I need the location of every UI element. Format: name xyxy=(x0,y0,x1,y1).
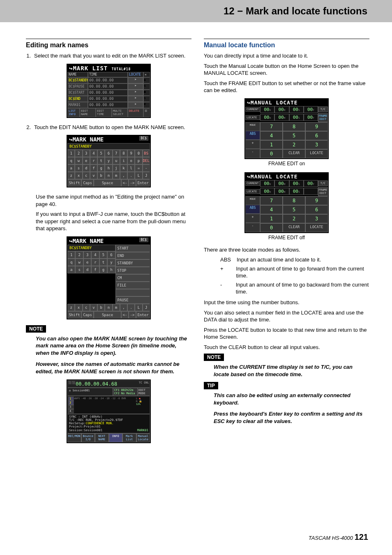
keypad-7: 7 xyxy=(260,122,283,131)
key-b: b xyxy=(97,172,105,179)
left-arrow-key: <- xyxy=(121,179,129,187)
r-p2: Touch the Manual Locate button on the Ho… xyxy=(204,62,369,77)
key-1: 1 xyxy=(67,251,75,259)
r-p1: You can directly input a time and locate… xyxy=(204,52,369,60)
note-label-r: NOTE xyxy=(204,354,224,361)
enter-key: Enter xyxy=(136,179,150,187)
r-p3: Touch the FRAME EDIT button to set wheth… xyxy=(204,80,369,94)
cue-item: STOP xyxy=(115,267,150,274)
mark-list-figure: ↪MARK LIST TOTAL#18 NAME TIME LOCATE ✕ B… xyxy=(26,64,191,118)
manual-locate-off-figure: ↪MANUAL LOCATECURRENT00H00M00S00FT/CLOCA… xyxy=(204,172,369,240)
home-info-screen: ⬛⬛00.00.00.04.68TC ONL ◎ Session001 CF1 … xyxy=(67,379,151,443)
key-,: , xyxy=(120,304,127,311)
key-m: m xyxy=(113,172,120,179)
key-b: b xyxy=(97,304,105,311)
home-btn: INFO xyxy=(109,433,123,442)
key-5: 5 xyxy=(97,150,105,157)
manual-locate-on-figure: ↪MANUAL LOCATECURRENT00H00M00S00FT/CLOCA… xyxy=(204,98,369,166)
manual-locate-screen-on: ↪MANUAL LOCATECURRENT00H00M00S00FT/CLOCA… xyxy=(244,98,329,159)
list-info-button: LIST INFO xyxy=(67,108,80,117)
cue-item: STANDBY xyxy=(115,259,150,267)
key-h: h xyxy=(105,164,112,172)
bcs-button: BC$ xyxy=(139,136,148,141)
key-p: p xyxy=(135,157,142,164)
right-arrow-key: -> xyxy=(129,179,136,187)
p-bwf: If you want to input a BWF-J cue name, t… xyxy=(36,210,191,232)
mark-row-name: BC$STANDBY xyxy=(67,77,88,83)
r-p5: Input the time using the number buttons. xyxy=(204,299,369,306)
mark-row-time: 00.00.00.00 xyxy=(88,83,128,90)
key-r: r xyxy=(90,157,97,164)
home-btn: NEXT NAME xyxy=(95,433,109,442)
key-x: x xyxy=(75,172,82,179)
locate-arrow-icon: ➤ xyxy=(128,83,143,90)
note-text-r: When the CURRENT time display is set to … xyxy=(214,363,369,378)
keypad-5: 5 xyxy=(283,205,305,214)
shift-key: Shift xyxy=(67,179,81,187)
key-c: c xyxy=(83,172,90,179)
keypad-8: 8 xyxy=(283,196,305,205)
key-L: L xyxy=(135,304,142,311)
cue-item: FILE xyxy=(115,282,150,289)
mark-name-cue-screen: ↪MARK NAMEBC$ BC$STANDBY 123456qwertyasd… xyxy=(67,236,151,319)
section-manual-locate: Manual locate function xyxy=(204,39,369,49)
step1-num: 1. xyxy=(26,52,31,60)
mark-list-title: ↪MARK LIST TOTAL#18 xyxy=(67,65,150,72)
key-c: c xyxy=(83,304,90,311)
keypad-6: 6 xyxy=(305,131,328,140)
keypad-6: 6 xyxy=(305,205,328,214)
key-.: . xyxy=(127,304,135,311)
hdr-name: NAME xyxy=(67,72,88,77)
keypad-1: 1 xyxy=(260,214,283,223)
key-=: = xyxy=(135,164,142,172)
edit-mode-button: EDIT MODE xyxy=(138,388,150,396)
key-a: a xyxy=(67,266,75,273)
steps-list: 1. Select the mark that you want to edit… xyxy=(26,52,191,60)
footer-brand: TASCAM HS-4000 xyxy=(309,535,353,541)
key-DEL: DEL xyxy=(143,157,150,164)
home-btn: Bounce I/O xyxy=(81,433,95,442)
keypad-CLEAR: CLEAR xyxy=(283,149,305,158)
mark-row-time: 00.00.00.00 xyxy=(88,77,128,83)
key-3: 3 xyxy=(83,251,91,259)
key-w: w xyxy=(75,157,82,164)
key-5: 5 xyxy=(99,251,107,259)
mode-key: - xyxy=(220,281,231,296)
key-t: t xyxy=(97,157,105,164)
key-g: g xyxy=(97,164,105,172)
r-p8: Touch the CLEAR button to clear all inpu… xyxy=(204,344,369,351)
section-editing-mark-names: Editing mark names xyxy=(26,39,191,49)
home-session: ◎ Session001 xyxy=(67,388,113,396)
key-s: s xyxy=(75,266,83,273)
mark-list-screen: ↪MARK LIST TOTAL#18 NAME TIME LOCATE ✕ B… xyxy=(67,64,151,118)
keypad-LOCATE: LOCATE xyxy=(305,149,328,158)
key-s: s xyxy=(75,164,82,172)
mode-desc: Input an actual time and locate to it. xyxy=(237,256,321,264)
key-k: k xyxy=(120,164,127,172)
mark-name-field: BC$STANDBY xyxy=(67,143,150,150)
key-J: J xyxy=(143,304,150,311)
keypad-7: 7 xyxy=(260,196,283,205)
keypad-4: 4 xyxy=(260,205,283,214)
cue-item: PAUSE xyxy=(115,296,150,304)
home-btn: Manual Locate xyxy=(136,433,150,442)
r-p4: There are three locate modes as follows. xyxy=(204,246,369,254)
keypad-4: 4 xyxy=(260,131,283,140)
multi-select-button: MULTI SELECT xyxy=(112,108,128,117)
keypad-9: 9 xyxy=(305,122,328,131)
key-a: a xyxy=(67,164,75,172)
close-icon: ✕ xyxy=(143,72,150,77)
key-L: L xyxy=(135,172,142,179)
key-2: 2 xyxy=(75,150,82,157)
key-e: e xyxy=(83,157,90,164)
r-p7: Press the LOCATE button to locate to tha… xyxy=(204,326,369,341)
key-n: n xyxy=(105,304,112,311)
mode-desc: Input an amount of time to go backward f… xyxy=(236,281,369,296)
key-q: q xyxy=(67,259,75,266)
mode-key: + xyxy=(220,265,231,280)
key-w: w xyxy=(75,259,83,266)
key-9: 9 xyxy=(127,150,135,157)
cue-item: CM xyxy=(115,274,150,282)
cue-item xyxy=(115,289,150,296)
mark-name-figure: ↪MARK NAMEBC$ BC$STANDBY 1234567890BSqwe… xyxy=(26,135,191,187)
